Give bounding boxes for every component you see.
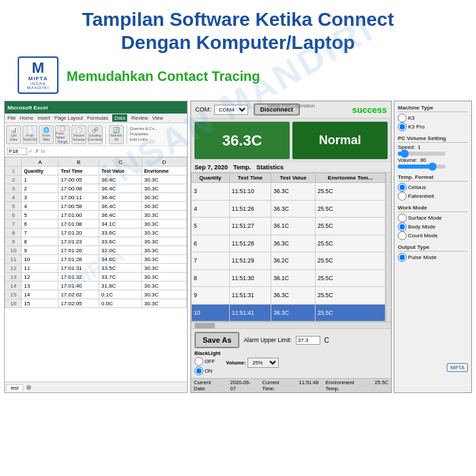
- excel-cell-b[interactable]: 17:01:31: [58, 264, 99, 273]
- sheet-tab-test[interactable]: test: [6, 384, 23, 391]
- body-mode-radio[interactable]: [398, 222, 407, 231]
- excel-cell-d[interactable]: 30.3C: [141, 264, 186, 273]
- excel-cell-a[interactable]: 1: [22, 175, 58, 184]
- save-as-button[interactable]: Save As: [194, 332, 239, 348]
- excel-cell-c[interactable]: 0.1C: [99, 290, 142, 299]
- excel-cell-c[interactable]: 34.6C: [99, 255, 142, 264]
- machine-k3pro-radio[interactable]: [398, 122, 407, 131]
- excel-cell-c[interactable]: 36.4C: [99, 184, 142, 193]
- machine-k3-radio[interactable]: [398, 114, 407, 122]
- excel-row-num: 8: [5, 228, 22, 237]
- celsius-radio[interactable]: [398, 183, 407, 192]
- backlight-on-radio[interactable]: [194, 367, 203, 375]
- volume-thumb[interactable]: [428, 163, 437, 171]
- toolbar-recent[interactable]: 🕐 Recent Sources: [71, 125, 86, 144]
- excel-cell-b[interactable]: 17:02:02: [58, 290, 99, 299]
- fahrenheit-radio[interactable]: [398, 192, 407, 201]
- excel-cell-a[interactable]: 8: [22, 237, 58, 246]
- excel-cell-d[interactable]: 30.3C: [141, 290, 186, 299]
- backlight-off-radio[interactable]: [194, 357, 203, 366]
- excel-cell-c[interactable]: 33.7C: [99, 273, 142, 282]
- menu-page-layout[interactable]: Page Layout: [54, 115, 83, 121]
- h-scroll-thumb[interactable]: [194, 323, 215, 328]
- excel-cell-c[interactable]: 33.6C: [99, 237, 142, 246]
- excel-cell-a[interactable]: 6: [22, 220, 58, 228]
- excel-cell-b[interactable]: 17:00:05: [58, 175, 99, 184]
- toolbar-existing[interactable]: 🔗 Existing Connectio: [88, 125, 103, 144]
- excel-cell-b[interactable]: 17:00:11: [58, 193, 99, 202]
- toolbar-get-data[interactable]: 📊 Get Data: [6, 125, 21, 144]
- horizontal-scrollbar[interactable]: [191, 322, 391, 328]
- excel-cell-d[interactable]: 30.3C: [141, 299, 186, 308]
- menu-file[interactable]: File: [7, 115, 16, 121]
- excel-cell-a[interactable]: 15: [22, 299, 58, 308]
- toolbar-from-table[interactable]: 📋 From Table/ Range: [55, 125, 70, 144]
- excel-cell-c[interactable]: 36.4C: [99, 193, 142, 202]
- alarm-input[interactable]: [296, 336, 320, 345]
- excel-cell-d[interactable]: 30.3C: [141, 220, 186, 228]
- excel-cell-a[interactable]: 4: [22, 202, 58, 211]
- menu-data[interactable]: Data: [112, 114, 127, 122]
- excel-cell-a[interactable]: 10: [22, 255, 58, 264]
- excel-cell-d[interactable]: 30.3C: [141, 255, 186, 264]
- excel-cell-b[interactable]: 17:01:28: [58, 255, 99, 264]
- excel-cell-d[interactable]: 30.3C: [141, 211, 186, 220]
- menu-view[interactable]: View: [152, 115, 163, 121]
- excel-cell-d[interactable]: 30.3C: [141, 184, 186, 193]
- excel-cell-a[interactable]: 5: [22, 211, 58, 220]
- excel-cell-c[interactable]: 36.4C: [99, 211, 142, 220]
- excel-cell-b[interactable]: 17:01:00: [58, 211, 99, 220]
- add-sheet-btn[interactable]: ⊕: [26, 384, 31, 391]
- excel-cell-b[interactable]: 17:01:26: [58, 246, 99, 255]
- surface-mode-radio[interactable]: [398, 214, 407, 222]
- menu-review[interactable]: Review: [131, 115, 148, 121]
- excel-cell-d[interactable]: 30.3C: [141, 175, 186, 184]
- excel-cell-b[interactable]: 17:01:20: [58, 228, 99, 237]
- excel-cell-a[interactable]: 3: [22, 193, 58, 202]
- speed-slider[interactable]: [398, 152, 445, 156]
- menu-insert[interactable]: Insert: [37, 115, 50, 121]
- excel-cell-a[interactable]: 12: [22, 273, 58, 282]
- excel-cell-b[interactable]: 17:01:08: [58, 220, 99, 228]
- excel-cell-b[interactable]: 17:01:32: [58, 273, 99, 282]
- menu-formulas[interactable]: Formulas: [87, 115, 108, 121]
- excel-cell-a[interactable]: 14: [22, 290, 58, 299]
- toolbar-from-text[interactable]: 📄 From Text/CSV: [22, 125, 37, 144]
- cell-reference[interactable]: F18: [7, 148, 27, 155]
- excel-cell-c[interactable]: 33.5C: [99, 264, 142, 273]
- excel-menu-bar[interactable]: File Home Insert Page Layout Formulas Da…: [5, 114, 187, 123]
- volume-select[interactable]: 25% 50% 75% 100%: [248, 358, 279, 368]
- excel-cell-a[interactable]: 2: [22, 184, 58, 193]
- excel-cell-d[interactable]: 30.3C: [141, 193, 186, 202]
- excel-cell-d[interactable]: 30.3C: [141, 228, 186, 237]
- excel-cell-a[interactable]: 13: [22, 282, 58, 290]
- com-select[interactable]: COM4: [214, 105, 248, 115]
- excel-cell-b[interactable]: 17:01:40: [58, 282, 99, 290]
- volume-slider[interactable]: [398, 165, 445, 169]
- pulse-mode-radio[interactable]: [398, 253, 407, 262]
- excel-cell-a[interactable]: 11: [22, 264, 58, 273]
- count-mode-radio[interactable]: [398, 231, 407, 240]
- excel-cell-a[interactable]: 9: [22, 246, 58, 255]
- excel-cell-c[interactable]: 33.6C: [99, 228, 142, 237]
- excel-cell-d[interactable]: 30.3C: [141, 202, 186, 211]
- excel-cell-c[interactable]: 34.1C: [99, 220, 142, 228]
- excel-cell-b[interactable]: 17:01:23: [58, 237, 99, 246]
- excel-cell-c[interactable]: 36.4C: [99, 202, 142, 211]
- excel-cell-d[interactable]: 30.3C: [141, 246, 186, 255]
- excel-cell-a[interactable]: 7: [22, 228, 58, 237]
- excel-cell-d[interactable]: 30.3C: [141, 282, 186, 290]
- excel-cell-c[interactable]: 31.8C: [99, 282, 142, 290]
- excel-cell-c[interactable]: 32.0C: [99, 246, 142, 255]
- excel-cell-d[interactable]: 30.3C: [141, 237, 186, 246]
- menu-home[interactable]: Home: [20, 115, 33, 121]
- excel-cell-c[interactable]: 36.4C: [99, 175, 142, 184]
- excel-cell-d[interactable]: 30.3C: [141, 273, 186, 282]
- toolbar-from-web[interactable]: 🌐 From Web: [39, 125, 54, 144]
- excel-cell-b[interactable]: 17:00:58: [58, 202, 99, 211]
- vertical-scrollbar[interactable]: [386, 173, 391, 322]
- excel-cell-b[interactable]: 17:00:08: [58, 184, 99, 193]
- excel-cell-c[interactable]: 0.0C: [99, 299, 142, 308]
- toolbar-refresh[interactable]: 🔄 Refresh All: [109, 125, 124, 144]
- excel-cell-b[interactable]: 17:02:05: [58, 299, 99, 308]
